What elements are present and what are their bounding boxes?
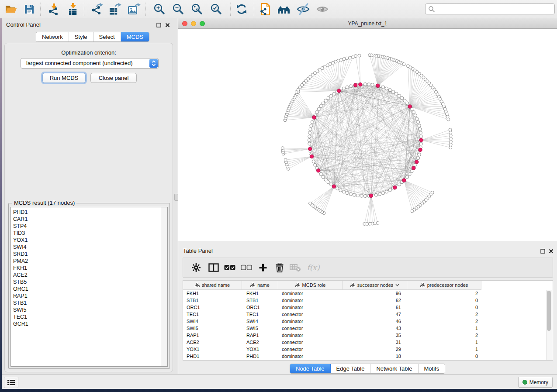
network-node[interactable] [374,193,377,196]
network-node[interactable] [339,189,342,192]
mcds-hub-node[interactable] [393,186,397,189]
optimization-criterion-select[interactable]: largest connected component (undirected) [21,58,159,69]
network-node[interactable] [449,137,452,140]
table-row[interactable]: SWI4SWI4dominator462 [183,318,553,325]
mcds-hub-node[interactable] [419,138,423,142]
network-node[interactable] [417,157,420,160]
network-node[interactable] [319,172,322,175]
mcds-result-item[interactable]: ORC1 [11,285,167,292]
network-node[interactable] [419,135,422,138]
mcds-hub-node[interactable] [310,155,313,158]
network-node[interactable] [363,194,367,197]
network-node[interactable] [382,192,385,195]
network-node[interactable] [395,92,398,95]
mcds-result-item[interactable]: SWI5 [11,306,167,313]
table-row[interactable]: TEC1TEC1connector472 [183,311,553,318]
network-node[interactable] [324,178,327,181]
tab-network-table[interactable]: Network Table [370,364,418,373]
network-node[interactable] [401,96,404,100]
zoom-in-button[interactable] [152,2,167,16]
hide-selection-button[interactable] [296,2,311,16]
network-node[interactable] [449,131,452,134]
column-header-predecessor-nodes[interactable]: predecessor nodes [407,281,481,289]
network-node[interactable] [284,158,287,162]
mcds-result-item[interactable]: PHD1 [11,209,167,216]
network-node[interactable] [317,107,320,110]
network-node[interactable] [371,83,374,86]
network-node[interactable] [419,127,422,131]
network-node[interactable] [398,183,401,186]
network-node[interactable] [308,131,311,134]
network-node[interactable] [398,94,401,97]
zoom-fit-button[interactable] [190,2,204,16]
network-node[interactable] [327,96,330,100]
network-graph[interactable] [178,29,557,240]
network-node[interactable] [358,54,361,57]
mcds-result-item[interactable]: TID3 [11,230,167,237]
table-row[interactable]: ACE2ACE2connector311 [183,339,553,346]
mcds-result-item[interactable]: SRD1 [11,251,167,258]
network-node[interactable] [410,170,413,173]
network-node[interactable] [417,120,420,124]
network-node[interactable] [340,58,343,61]
network-node[interactable] [419,142,422,145]
clear-table-button[interactable] [289,261,302,274]
network-node[interactable] [411,210,414,213]
network-node[interactable] [314,163,317,166]
network-node[interactable] [312,160,315,163]
mcds-hub-node[interactable] [412,166,415,170]
open-session-button[interactable] [3,2,18,16]
mcds-hub-node[interactable] [354,83,357,87]
column-settings-button[interactable] [190,261,203,274]
tab-node-table[interactable]: Node Table [290,364,331,373]
network-node[interactable] [363,222,366,225]
network-node[interactable] [391,90,394,93]
mcds-hub-node[interactable] [308,147,311,151]
mcds-hub-node[interactable] [312,116,316,119]
network-node[interactable] [308,135,311,138]
mcds-result-item[interactable]: FKH1 [11,265,167,272]
mcds-hub-node[interactable] [408,105,412,108]
network-node[interactable] [281,147,284,150]
mcds-hub-node[interactable] [376,84,380,87]
table-row[interactable]: STB1STB1dominator620 [183,297,553,304]
table-row[interactable]: RAP1RAP1dominator352 [183,332,553,339]
network-node[interactable] [356,194,360,197]
network-node[interactable] [449,134,452,137]
network-node[interactable] [308,142,311,145]
column-header-name[interactable]: name [242,281,278,289]
mcds-result-item[interactable]: SWI4 [11,244,167,251]
table-scrollbar[interactable] [546,290,552,360]
table-row[interactable]: SWI5SWI5connector431 [183,325,553,332]
mcds-hub-node[interactable] [359,83,362,86]
import-table-button[interactable] [66,2,80,16]
network-node[interactable] [342,190,345,193]
network-node[interactable] [349,193,352,196]
network-node[interactable] [310,124,313,127]
network-node[interactable] [329,94,332,97]
column-header-MCDS-role[interactable]: MCDS role [278,281,343,289]
network-node[interactable] [385,190,388,193]
save-session-button[interactable] [22,2,37,16]
search-input[interactable] [435,6,554,13]
network-node[interactable] [348,56,351,59]
network-node[interactable] [385,87,388,90]
tab-motifs[interactable]: Motifs [419,364,445,373]
network-node[interactable] [449,140,452,143]
network-node[interactable] [322,102,325,105]
network-node[interactable] [382,86,385,89]
network-node[interactable] [346,57,349,60]
import-network-button[interactable] [46,2,61,16]
network-node[interactable] [353,193,356,196]
network-node[interactable] [406,175,409,179]
network-node[interactable] [309,127,312,131]
network-node[interactable] [324,99,327,102]
mcds-result-item[interactable]: TEC1 [11,313,167,320]
network-node[interactable] [360,194,363,197]
network-node[interactable] [349,85,352,88]
zoom-out-button[interactable] [171,2,186,16]
network-node[interactable] [449,128,452,131]
mcds-result-item[interactable]: RAP1 [11,292,167,299]
network-node[interactable] [449,146,452,149]
function-builder-button[interactable]: f(x) [304,261,322,274]
